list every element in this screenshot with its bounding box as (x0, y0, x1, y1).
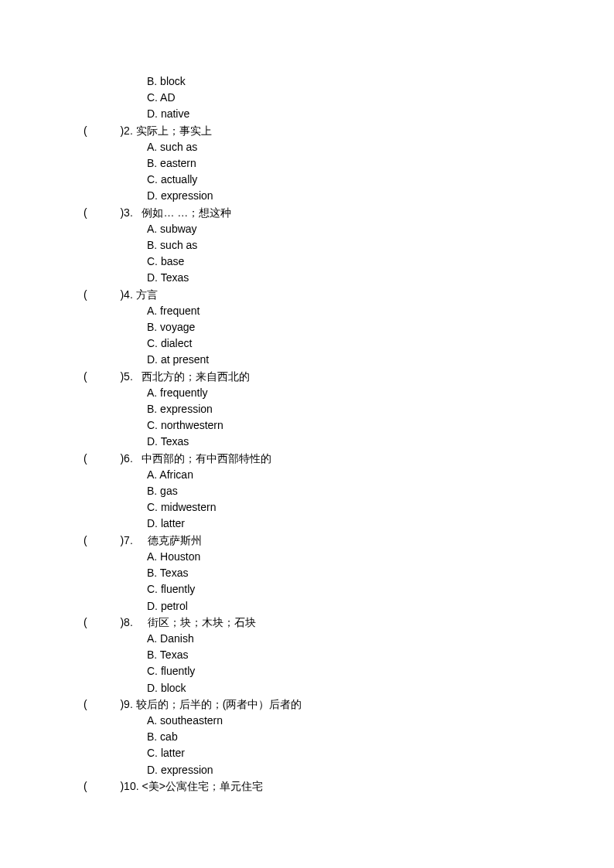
question-7-option-1: B. Texas (84, 565, 614, 581)
question-7-option-0: A. Houston (84, 549, 614, 565)
question-2-option-3: D. expression (84, 188, 614, 204)
question-5: ( )5. 西北方的；来自西北的 (84, 369, 614, 385)
question-8-option-3: D. block (84, 680, 614, 696)
question-6-option-1: B. gas (84, 483, 614, 499)
question-4: ( )4. 方言 (84, 287, 614, 303)
question-3: ( )3. 例如… …；想这种 (84, 205, 614, 221)
orphan-option-2: D. native (84, 106, 614, 122)
question-9: ( )9. 较后的；后半的；(两者中）后者的 (84, 696, 614, 713)
question-10: ( )10. <美>公寓住宅；单元住宅 (84, 778, 614, 795)
question-5-option-1: B. expression (84, 401, 614, 417)
question-9-option-0: A. southeastern (84, 713, 614, 729)
question-7-option-3: D. petrol (84, 598, 614, 614)
quiz-content: B. blockC. ADD. native( )2. 实际上；事实上A. su… (0, 0, 614, 795)
question-4-option-2: C. dialect (84, 335, 614, 352)
question-5-option-3: D. Texas (84, 434, 614, 450)
question-8-option-2: C. fluently (84, 663, 614, 679)
question-2-option-2: C. actually (84, 172, 614, 188)
orphan-option-1: C. AD (84, 90, 614, 106)
question-3-option-3: D. Texas (84, 270, 614, 286)
question-6: ( )6. 中西部的；有中西部特性的 (84, 451, 614, 467)
question-5-option-0: A. frequently (84, 385, 614, 401)
question-3-option-0: A. subway (84, 221, 614, 237)
question-9-option-2: C. latter (84, 745, 614, 761)
question-4-option-0: A. frequent (84, 303, 614, 319)
question-7: ( )7. 德克萨斯州 (84, 533, 614, 549)
question-4-option-1: B. voyage (84, 319, 614, 335)
question-7-option-2: C. fluently (84, 581, 614, 597)
question-6-option-2: C. midwestern (84, 499, 614, 516)
question-6-option-3: D. latter (84, 516, 614, 532)
question-9-option-1: B. cab (84, 729, 614, 745)
question-9-option-3: D. expression (84, 762, 614, 778)
question-5-option-2: C. northwestern (84, 417, 614, 434)
question-4-option-3: D. at present (84, 352, 614, 368)
question-8: ( )8. 街区；块；木块；石块 (84, 614, 614, 631)
question-6-option-0: A. African (84, 467, 614, 483)
orphan-option-0: B. block (84, 73, 614, 90)
question-8-option-1: B. Texas (84, 647, 614, 663)
question-8-option-0: A. Danish (84, 631, 614, 647)
question-3-option-2: C. base (84, 254, 614, 270)
question-2: ( )2. 实际上；事实上 (84, 123, 614, 139)
question-2-option-1: B. eastern (84, 155, 614, 172)
question-2-option-0: A. such as (84, 139, 614, 155)
question-3-option-1: B. such as (84, 237, 614, 254)
